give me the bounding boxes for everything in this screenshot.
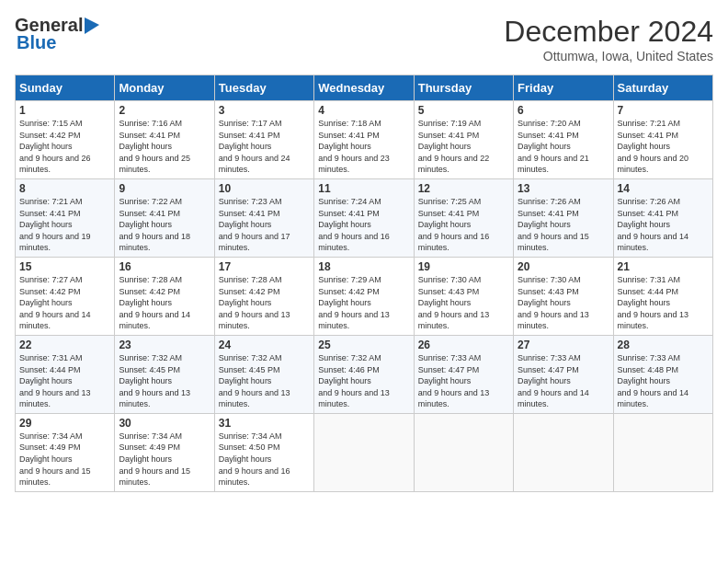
table-row	[613, 413, 712, 491]
day-number: 23	[119, 339, 210, 351]
day-number: 26	[418, 339, 509, 351]
cell-text: Sunrise: 7:22 AMSunset: 4:41 PMDaylight …	[119, 197, 190, 252]
logo: General Blue	[15, 15, 103, 53]
calendar-body: 1 Sunrise: 7:15 AMSunset: 4:42 PMDayligh…	[16, 101, 713, 492]
day-number: 22	[19, 339, 110, 351]
cell-text: Sunrise: 7:26 AMSunset: 4:41 PMDaylight …	[618, 197, 689, 252]
header-wednesday: Wednesday	[314, 75, 414, 101]
cell-text: Sunrise: 7:32 AMSunset: 4:45 PMDaylight …	[119, 353, 190, 408]
table-row: 16 Sunrise: 7:28 AMSunset: 4:42 PMDaylig…	[115, 257, 214, 335]
table-row: 6 Sunrise: 7:20 AMSunset: 4:41 PMDayligh…	[514, 101, 613, 179]
cell-text: Sunrise: 7:34 AMSunset: 4:49 PMDaylight …	[119, 431, 190, 487]
cell-text: Sunrise: 7:33 AMSunset: 4:47 PMDaylight …	[518, 353, 589, 408]
cell-text: Sunrise: 7:18 AMSunset: 4:41 PMDaylight …	[318, 119, 390, 174]
day-number: 20	[518, 260, 609, 273]
cell-text: Sunrise: 7:33 AMSunset: 4:47 PMDaylight …	[418, 353, 490, 408]
calendar-week-2: 8 Sunrise: 7:21 AMSunset: 4:41 PMDayligh…	[16, 178, 713, 257]
month-title: December 2024	[504, 15, 713, 49]
header-thursday: Thursday	[414, 75, 513, 101]
cell-text: Sunrise: 7:19 AMSunset: 4:41 PMDaylight …	[418, 119, 490, 174]
calendar-header-row: Sunday Monday Tuesday Wednesday Thursday…	[16, 75, 713, 101]
day-number: 31	[219, 417, 310, 430]
table-row: 5 Sunrise: 7:19 AMSunset: 4:41 PMDayligh…	[414, 101, 513, 179]
table-row: 20 Sunrise: 7:30 AMSunset: 4:43 PMDaylig…	[514, 257, 613, 335]
day-number: 21	[618, 260, 709, 273]
cell-text: Sunrise: 7:32 AMSunset: 4:45 PMDaylight …	[219, 353, 290, 408]
cell-text: Sunrise: 7:28 AMSunset: 4:42 PMDaylight …	[219, 275, 290, 330]
calendar-week-1: 1 Sunrise: 7:15 AMSunset: 4:42 PMDayligh…	[16, 101, 713, 179]
cell-text: Sunrise: 7:32 AMSunset: 4:46 PMDaylight …	[318, 353, 390, 408]
table-row: 14 Sunrise: 7:26 AMSunset: 4:41 PMDaylig…	[613, 178, 712, 257]
cell-text: Sunrise: 7:23 AMSunset: 4:41 PMDaylight …	[219, 197, 290, 252]
table-row: 23 Sunrise: 7:32 AMSunset: 4:45 PMDaylig…	[115, 335, 214, 413]
location: Ottumwa, Iowa, United States	[504, 49, 713, 63]
cell-text: Sunrise: 7:24 AMSunset: 4:41 PMDaylight …	[318, 197, 390, 252]
cell-text: Sunrise: 7:30 AMSunset: 4:43 PMDaylight …	[418, 275, 490, 330]
day-number: 29	[19, 417, 110, 430]
day-number: 9	[119, 182, 210, 195]
title-block: December 2024 Ottumwa, Iowa, United Stat…	[504, 15, 713, 63]
calendar-table: Sunday Monday Tuesday Wednesday Thursday…	[15, 75, 713, 492]
header: General Blue December 2024 Ottumwa, Iowa…	[15, 15, 713, 63]
cell-text: Sunrise: 7:25 AMSunset: 4:41 PMDaylight …	[418, 197, 490, 252]
calendar-week-4: 22 Sunrise: 7:31 AMSunset: 4:44 PMDaylig…	[16, 335, 713, 413]
calendar-week-3: 15 Sunrise: 7:27 AMSunset: 4:42 PMDaylig…	[16, 257, 713, 335]
day-number: 28	[618, 339, 709, 351]
logo-blue: Blue	[17, 32, 56, 53]
day-number: 16	[119, 260, 210, 273]
day-number: 17	[219, 260, 310, 273]
day-number: 13	[518, 182, 609, 195]
table-row: 29 Sunrise: 7:34 AMSunset: 4:49 PMDaylig…	[16, 413, 115, 491]
cell-text: Sunrise: 7:30 AMSunset: 4:43 PMDaylight …	[518, 275, 589, 330]
day-number: 30	[119, 417, 210, 430]
cell-text: Sunrise: 7:15 AMSunset: 4:42 PMDaylight …	[19, 119, 91, 174]
table-row: 12 Sunrise: 7:25 AMSunset: 4:41 PMDaylig…	[414, 178, 513, 257]
table-row	[514, 413, 613, 491]
header-tuesday: Tuesday	[214, 75, 313, 101]
table-row: 2 Sunrise: 7:16 AMSunset: 4:41 PMDayligh…	[115, 101, 214, 179]
header-friday: Friday	[514, 75, 613, 101]
cell-text: Sunrise: 7:31 AMSunset: 4:44 PMDaylight …	[19, 353, 91, 408]
day-number: 18	[318, 260, 409, 273]
cell-text: Sunrise: 7:21 AMSunset: 4:41 PMDaylight …	[618, 119, 689, 174]
table-row: 10 Sunrise: 7:23 AMSunset: 4:41 PMDaylig…	[214, 178, 313, 257]
cell-text: Sunrise: 7:26 AMSunset: 4:41 PMDaylight …	[518, 197, 589, 252]
day-number: 19	[418, 260, 509, 273]
table-row: 21 Sunrise: 7:31 AMSunset: 4:44 PMDaylig…	[613, 257, 712, 335]
table-row: 27 Sunrise: 7:33 AMSunset: 4:47 PMDaylig…	[514, 335, 613, 413]
table-row: 26 Sunrise: 7:33 AMSunset: 4:47 PMDaylig…	[414, 335, 513, 413]
day-number: 12	[418, 182, 509, 195]
table-row	[414, 413, 513, 491]
day-number: 4	[318, 104, 409, 117]
cell-text: Sunrise: 7:20 AMSunset: 4:41 PMDaylight …	[518, 119, 589, 174]
day-number: 3	[219, 104, 310, 117]
table-row: 7 Sunrise: 7:21 AMSunset: 4:41 PMDayligh…	[613, 101, 712, 179]
day-number: 11	[318, 182, 409, 195]
table-row: 19 Sunrise: 7:30 AMSunset: 4:43 PMDaylig…	[414, 257, 513, 335]
day-number: 10	[219, 182, 310, 195]
day-number: 25	[318, 339, 409, 351]
table-row: 4 Sunrise: 7:18 AMSunset: 4:41 PMDayligh…	[314, 101, 414, 179]
header-sunday: Sunday	[16, 75, 115, 101]
cell-text: Sunrise: 7:27 AMSunset: 4:42 PMDaylight …	[19, 275, 91, 330]
cell-text: Sunrise: 7:29 AMSunset: 4:42 PMDaylight …	[318, 275, 390, 330]
page: General Blue December 2024 Ottumwa, Iowa…	[0, 0, 728, 500]
table-row: 31 Sunrise: 7:34 AMSunset: 4:50 PMDaylig…	[214, 413, 313, 491]
day-number: 1	[19, 104, 110, 117]
day-number: 6	[518, 104, 609, 117]
table-row: 11 Sunrise: 7:24 AMSunset: 4:41 PMDaylig…	[314, 178, 414, 257]
table-row: 18 Sunrise: 7:29 AMSunset: 4:42 PMDaylig…	[314, 257, 414, 335]
table-row: 9 Sunrise: 7:22 AMSunset: 4:41 PMDayligh…	[115, 178, 214, 257]
day-number: 15	[19, 260, 110, 273]
day-number: 24	[219, 339, 310, 351]
table-row	[314, 413, 414, 491]
day-number: 8	[19, 182, 110, 195]
table-row: 22 Sunrise: 7:31 AMSunset: 4:44 PMDaylig…	[16, 335, 115, 413]
table-row: 3 Sunrise: 7:17 AMSunset: 4:41 PMDayligh…	[214, 101, 313, 179]
logo-icon	[85, 16, 103, 36]
cell-text: Sunrise: 7:34 AMSunset: 4:49 PMDaylight …	[19, 431, 91, 487]
day-number: 7	[618, 104, 709, 117]
cell-text: Sunrise: 7:28 AMSunset: 4:42 PMDaylight …	[119, 275, 190, 330]
table-row: 28 Sunrise: 7:33 AMSunset: 4:48 PMDaylig…	[613, 335, 712, 413]
header-monday: Monday	[115, 75, 214, 101]
